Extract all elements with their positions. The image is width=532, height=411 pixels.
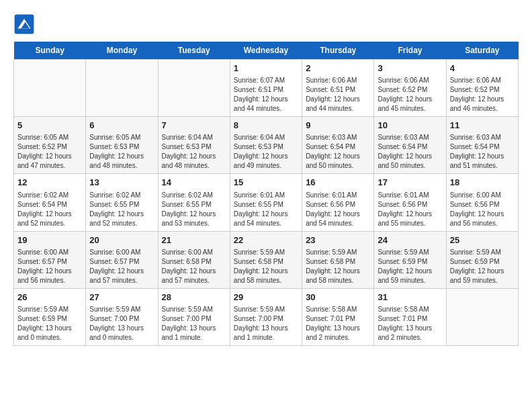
calendar-day-cell: 2Sunrise: 6:06 AMSunset: 6:51 PMDaylight…: [302, 60, 374, 117]
calendar-day-cell: 3Sunrise: 6:06 AMSunset: 6:52 PMDaylight…: [374, 60, 446, 117]
day-number: 22: [234, 234, 298, 246]
day-info: Sunrise: 6:03 AMSunset: 6:54 PMDaylight:…: [450, 133, 515, 171]
day-number: 30: [306, 291, 370, 304]
day-number: 5: [17, 120, 82, 132]
day-number: 16: [306, 177, 370, 189]
day-number: 28: [162, 291, 226, 304]
day-info: Sunrise: 6:06 AMSunset: 6:52 PMDaylight:…: [378, 76, 442, 113]
day-info: Sunrise: 6:03 AMSunset: 6:54 PMDaylight:…: [378, 133, 442, 171]
day-number: 2: [306, 62, 370, 75]
day-info: Sunrise: 6:06 AMSunset: 6:51 PMDaylight:…: [306, 76, 370, 113]
calendar-day-cell: [446, 288, 518, 345]
day-info: Sunrise: 6:01 AMSunset: 6:56 PMDaylight:…: [306, 191, 370, 228]
calendar-day-cell: 5Sunrise: 6:05 AMSunset: 6:52 PMDaylight…: [14, 117, 86, 174]
calendar-day-cell: 11Sunrise: 6:03 AMSunset: 6:54 PMDayligh…: [446, 117, 518, 174]
logo: [13, 13, 38, 35]
calendar-table: SundayMondayTuesdayWednesdayThursdayFrid…: [13, 42, 519, 346]
day-number: 21: [162, 234, 226, 246]
weekday-header: Tuesday: [158, 42, 230, 60]
day-number: 24: [378, 234, 442, 246]
weekday-header: Monday: [86, 42, 158, 60]
day-info: Sunrise: 6:02 AMSunset: 6:55 PMDaylight:…: [89, 191, 154, 228]
day-info: Sunrise: 6:04 AMSunset: 6:53 PMDaylight:…: [162, 133, 226, 171]
weekday-header: Saturday: [446, 42, 518, 60]
calendar-day-cell: [158, 60, 230, 117]
calendar-day-cell: 29Sunrise: 5:59 AMSunset: 7:00 PMDayligh…: [230, 288, 302, 345]
calendar-day-cell: 8Sunrise: 6:04 AMSunset: 6:53 PMDaylight…: [230, 117, 302, 174]
weekday-header: Wednesday: [230, 42, 302, 60]
day-info: Sunrise: 5:59 AMSunset: 7:00 PMDaylight:…: [89, 305, 154, 342]
day-info: Sunrise: 5:59 AMSunset: 7:00 PMDaylight:…: [162, 305, 226, 342]
calendar-week-row: 1Sunrise: 6:07 AMSunset: 6:51 PMDaylight…: [14, 60, 519, 117]
day-info: Sunrise: 5:59 AMSunset: 6:59 PMDaylight:…: [450, 248, 515, 285]
calendar-day-cell: 15Sunrise: 6:01 AMSunset: 6:55 PMDayligh…: [230, 174, 302, 231]
weekday-row: SundayMondayTuesdayWednesdayThursdayFrid…: [14, 42, 519, 60]
weekday-header: Friday: [374, 42, 446, 60]
day-number: 15: [234, 177, 298, 189]
calendar-day-cell: 18Sunrise: 6:00 AMSunset: 6:56 PMDayligh…: [446, 174, 518, 231]
day-info: Sunrise: 5:59 AMSunset: 6:59 PMDaylight:…: [17, 305, 82, 342]
calendar-day-cell: 17Sunrise: 6:01 AMSunset: 6:56 PMDayligh…: [374, 174, 446, 231]
day-number: 12: [17, 177, 82, 189]
day-number: 18: [450, 177, 515, 189]
calendar-week-row: 5Sunrise: 6:05 AMSunset: 6:52 PMDaylight…: [14, 117, 519, 174]
day-number: 3: [378, 62, 442, 75]
day-number: 11: [450, 120, 515, 132]
day-info: Sunrise: 6:03 AMSunset: 6:54 PMDaylight:…: [306, 133, 370, 171]
calendar-day-cell: 1Sunrise: 6:07 AMSunset: 6:51 PMDaylight…: [230, 60, 302, 117]
page-header: [13, 13, 519, 35]
day-info: Sunrise: 6:02 AMSunset: 6:54 PMDaylight:…: [17, 191, 82, 228]
calendar-day-cell: 30Sunrise: 5:58 AMSunset: 7:01 PMDayligh…: [302, 288, 374, 345]
day-number: 7: [162, 120, 226, 132]
day-info: Sunrise: 5:58 AMSunset: 7:01 PMDaylight:…: [378, 305, 442, 342]
day-number: 13: [89, 177, 154, 189]
calendar-day-cell: 6Sunrise: 6:05 AMSunset: 6:53 PMDaylight…: [86, 117, 158, 174]
calendar-day-cell: 28Sunrise: 5:59 AMSunset: 7:00 PMDayligh…: [158, 288, 230, 345]
day-info: Sunrise: 6:00 AMSunset: 6:56 PMDaylight:…: [450, 191, 515, 228]
day-info: Sunrise: 6:02 AMSunset: 6:55 PMDaylight:…: [162, 191, 226, 228]
day-info: Sunrise: 5:59 AMSunset: 7:00 PMDaylight:…: [234, 305, 298, 342]
calendar-day-cell: 22Sunrise: 5:59 AMSunset: 6:58 PMDayligh…: [230, 231, 302, 288]
day-info: Sunrise: 5:59 AMSunset: 6:58 PMDaylight:…: [306, 248, 370, 285]
calendar-day-cell: 21Sunrise: 6:00 AMSunset: 6:58 PMDayligh…: [158, 231, 230, 288]
day-info: Sunrise: 6:00 AMSunset: 6:57 PMDaylight:…: [17, 248, 82, 285]
day-number: 19: [17, 234, 82, 246]
day-number: 9: [306, 120, 370, 132]
calendar-body: 1Sunrise: 6:07 AMSunset: 6:51 PMDaylight…: [14, 60, 519, 346]
calendar-day-cell: 9Sunrise: 6:03 AMSunset: 6:54 PMDaylight…: [302, 117, 374, 174]
day-info: Sunrise: 6:00 AMSunset: 6:58 PMDaylight:…: [162, 248, 226, 285]
weekday-header: Thursday: [302, 42, 374, 60]
day-info: Sunrise: 6:00 AMSunset: 6:57 PMDaylight:…: [89, 248, 154, 285]
day-number: 29: [234, 291, 298, 304]
calendar-header: SundayMondayTuesdayWednesdayThursdayFrid…: [14, 42, 519, 60]
calendar-day-cell: 10Sunrise: 6:03 AMSunset: 6:54 PMDayligh…: [374, 117, 446, 174]
day-number: 23: [306, 234, 370, 246]
day-number: 4: [450, 62, 515, 75]
day-number: 14: [162, 177, 226, 189]
day-number: 17: [378, 177, 442, 189]
calendar-week-row: 19Sunrise: 6:00 AMSunset: 6:57 PMDayligh…: [14, 231, 519, 288]
calendar-day-cell: 14Sunrise: 6:02 AMSunset: 6:55 PMDayligh…: [158, 174, 230, 231]
logo-icon: [13, 13, 35, 35]
day-number: 10: [378, 120, 442, 132]
day-number: 31: [378, 291, 442, 304]
calendar-day-cell: 13Sunrise: 6:02 AMSunset: 6:55 PMDayligh…: [86, 174, 158, 231]
calendar-day-cell: [86, 60, 158, 117]
day-info: Sunrise: 6:01 AMSunset: 6:56 PMDaylight:…: [378, 191, 442, 228]
day-info: Sunrise: 5:58 AMSunset: 7:01 PMDaylight:…: [306, 305, 370, 342]
day-number: 26: [17, 291, 82, 304]
calendar-day-cell: 19Sunrise: 6:00 AMSunset: 6:57 PMDayligh…: [14, 231, 86, 288]
weekday-header: Sunday: [14, 42, 86, 60]
day-number: 27: [89, 291, 154, 304]
calendar-week-row: 26Sunrise: 5:59 AMSunset: 6:59 PMDayligh…: [14, 288, 519, 345]
day-number: 20: [89, 234, 154, 246]
day-info: Sunrise: 5:59 AMSunset: 6:59 PMDaylight:…: [378, 248, 442, 285]
day-info: Sunrise: 6:06 AMSunset: 6:52 PMDaylight:…: [450, 76, 515, 113]
calendar-day-cell: 27Sunrise: 5:59 AMSunset: 7:00 PMDayligh…: [86, 288, 158, 345]
calendar-day-cell: 20Sunrise: 6:00 AMSunset: 6:57 PMDayligh…: [86, 231, 158, 288]
day-number: 6: [89, 120, 154, 132]
calendar-week-row: 12Sunrise: 6:02 AMSunset: 6:54 PMDayligh…: [14, 174, 519, 231]
calendar-day-cell: 16Sunrise: 6:01 AMSunset: 6:56 PMDayligh…: [302, 174, 374, 231]
calendar-day-cell: 25Sunrise: 5:59 AMSunset: 6:59 PMDayligh…: [446, 231, 518, 288]
day-info: Sunrise: 6:01 AMSunset: 6:55 PMDaylight:…: [234, 191, 298, 228]
